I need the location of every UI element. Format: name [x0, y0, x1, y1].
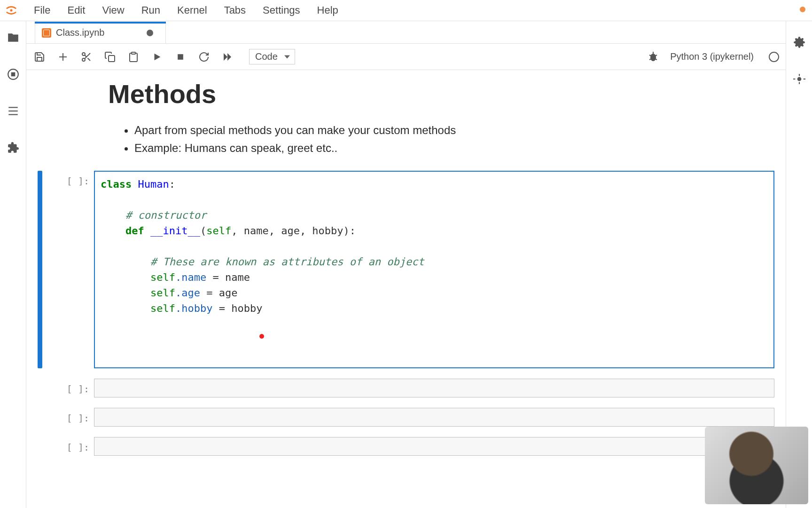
menu-run[interactable]: Run	[133, 1, 169, 19]
markdown-cell[interactable]: Methods Apart from special methods you c…	[38, 79, 774, 158]
notebook-file-icon	[42, 28, 51, 38]
cell-selection-indicator	[38, 408, 42, 427]
menu-tabs[interactable]: Tabs	[216, 1, 254, 19]
svg-point-26	[797, 77, 801, 81]
restart-run-all-button[interactable]	[221, 50, 234, 64]
notebook-tab-bar: Class.ipynb	[26, 21, 786, 44]
add-cell-button[interactable]	[56, 50, 70, 64]
code-token: .age	[175, 287, 200, 299]
menu-settings[interactable]: Settings	[254, 1, 309, 19]
cell-selection-indicator	[38, 437, 42, 456]
code-token: # These are known as attributes of an ob…	[150, 256, 424, 268]
markdown-bullet: Example: Humans can speak, greet etc..	[134, 139, 774, 157]
code-token: def	[125, 225, 144, 237]
extensions-icon[interactable]	[6, 141, 20, 155]
interrupt-button[interactable]	[174, 50, 187, 64]
code-token: .name	[175, 271, 206, 283]
save-button[interactable]	[33, 50, 46, 64]
cut-button[interactable]	[80, 50, 93, 64]
markdown-heading: Methods	[108, 79, 774, 109]
run-button[interactable]	[150, 50, 164, 64]
menu-view[interactable]: View	[94, 1, 133, 19]
svg-rect-5	[8, 114, 18, 115]
mouse-pointer-icon	[259, 334, 264, 339]
left-activity-bar	[0, 21, 26, 508]
kernel-name[interactable]: Python 3 (ipykernel)	[670, 51, 754, 62]
code-editor[interactable]: class Human: # constructor def __init__(…	[94, 171, 774, 368]
menu-file[interactable]: File	[25, 1, 59, 19]
svg-rect-13	[109, 56, 115, 62]
svg-marker-17	[224, 53, 227, 61]
svg-point-0	[10, 9, 12, 11]
svg-rect-14	[132, 52, 135, 54]
notebook-tab-title: Class.ipynb	[56, 27, 104, 38]
code-token: self	[150, 302, 175, 314]
cell-prompt: [ ]:	[42, 171, 94, 368]
copy-button[interactable]	[103, 50, 117, 64]
notebook-body[interactable]: Methods Apart from special methods you c…	[26, 70, 786, 508]
svg-rect-4	[8, 111, 18, 111]
svg-rect-3	[8, 107, 18, 108]
svg-line-12	[85, 55, 86, 57]
markdown-bullet: Apart from special methods you can make …	[134, 121, 774, 139]
code-token: class	[101, 178, 132, 190]
code-editor[interactable]	[94, 408, 774, 427]
debugger-panel-icon[interactable]	[792, 72, 806, 86]
recording-indicator-icon	[800, 7, 805, 12]
cell-type-dropdown[interactable]: Code	[249, 49, 295, 64]
unsaved-indicator-icon	[147, 30, 153, 36]
svg-point-9	[82, 58, 85, 61]
svg-marker-15	[155, 53, 161, 60]
main-panel: Class.ipynb Code Python 3 (ipykernel)	[26, 21, 786, 508]
code-editor[interactable]	[94, 437, 774, 456]
menu-edit[interactable]: Edit	[59, 1, 94, 19]
code-token: = age	[200, 287, 237, 299]
code-token: , name, age, hobby):	[231, 225, 356, 237]
code-token: self	[206, 225, 231, 237]
toc-icon[interactable]	[6, 104, 20, 118]
file-browser-icon[interactable]	[6, 31, 20, 45]
cell-prompt: [ ]:	[42, 408, 94, 427]
code-token: __init__	[150, 225, 200, 237]
notebook-toolbar: Code Python 3 (ipykernel)	[26, 44, 786, 70]
menu-kernel[interactable]: Kernel	[169, 1, 216, 19]
code-token: # constructor	[125, 209, 206, 221]
svg-point-19	[650, 54, 656, 61]
cell-selection-indicator	[38, 379, 42, 397]
svg-rect-2	[11, 73, 15, 76]
code-token: (	[200, 225, 206, 237]
paste-button[interactable]	[127, 50, 140, 64]
svg-marker-18	[227, 53, 231, 61]
code-token: .hobby	[175, 302, 212, 314]
kernel-status-icon[interactable]	[769, 52, 779, 62]
jupyter-logo-icon	[4, 3, 19, 18]
svg-point-8	[82, 53, 85, 56]
svg-rect-16	[178, 54, 183, 60]
code-token: = name	[206, 271, 250, 283]
code-token: = hobby	[212, 302, 262, 314]
cell-prompt: [ ]:	[42, 379, 94, 397]
code-cell[interactable]: [ ]: class Human: # constructor def __in…	[38, 171, 774, 368]
code-editor[interactable]	[94, 379, 774, 397]
webcam-overlay	[705, 427, 808, 504]
menubar: File Edit View Run Kernel Tabs Settings …	[0, 0, 812, 21]
cell-type-label: Code	[255, 51, 278, 62]
cell-selection-indicator	[38, 171, 42, 368]
menu-help[interactable]: Help	[309, 1, 347, 19]
restart-button[interactable]	[197, 50, 211, 64]
code-token: self	[150, 287, 175, 299]
code-token: self	[150, 271, 175, 283]
cell-prompt: [ ]:	[42, 437, 94, 456]
running-terminals-icon[interactable]	[6, 67, 20, 81]
code-token: :	[169, 178, 175, 190]
svg-line-11	[87, 58, 90, 61]
code-cell[interactable]: [ ]:	[38, 437, 774, 456]
code-cell[interactable]: [ ]:	[38, 408, 774, 427]
property-inspector-icon[interactable]	[792, 35, 806, 49]
notebook-tab[interactable]: Class.ipynb	[35, 22, 166, 43]
code-token: Human	[138, 178, 169, 190]
code-cell[interactable]: [ ]:	[38, 379, 774, 397]
debugger-icon[interactable]	[647, 50, 660, 64]
